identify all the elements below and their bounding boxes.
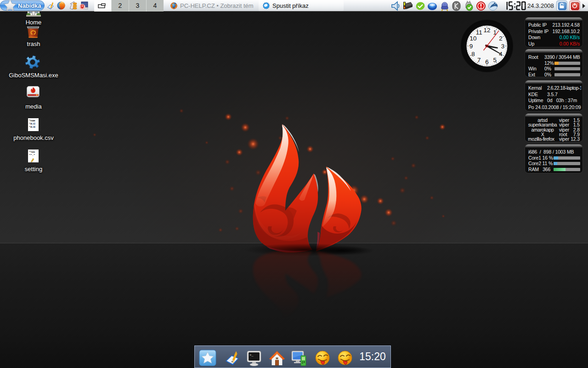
svg-text:"nam: "nam bbox=[29, 119, 35, 122]
svg-text:5: 5 bbox=[493, 57, 497, 63]
svg-text:>_: >_ bbox=[249, 353, 254, 357]
svg-text:"las: "las bbox=[29, 150, 35, 154]
svg-text:2: 2 bbox=[499, 35, 503, 42]
svg-text:7: 7 bbox=[477, 57, 481, 63]
svg-text:"".": ""." bbox=[29, 154, 35, 157]
svg-text:9: 9 bbox=[469, 43, 473, 50]
svg-text:6: 6 bbox=[485, 58, 489, 65]
svg-text:8: 8 bbox=[471, 51, 475, 58]
svg-text:12: 12 bbox=[483, 27, 490, 34]
svg-text:3: 3 bbox=[501, 43, 505, 50]
svg-text:11: 11 bbox=[476, 29, 482, 36]
